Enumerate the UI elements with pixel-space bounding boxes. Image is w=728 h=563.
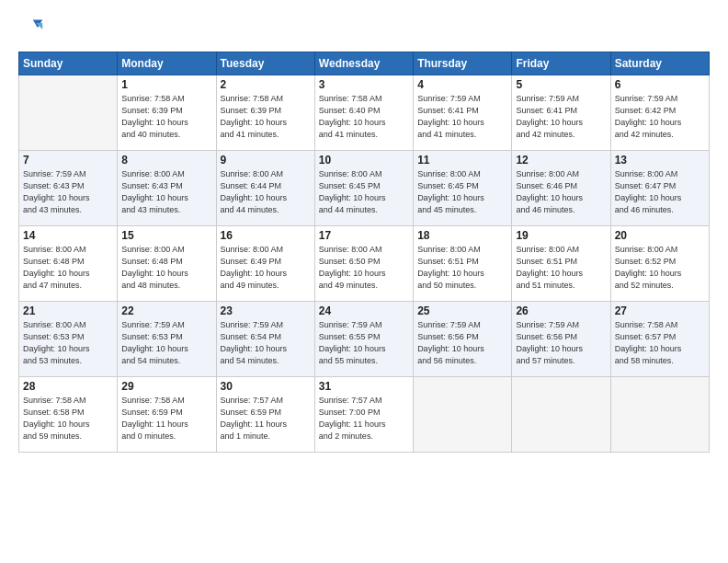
day-info: Sunrise: 7:59 AMSunset: 6:56 PMDaylight:… <box>417 319 507 367</box>
calendar-cell: 4Sunrise: 7:59 AMSunset: 6:41 PMDaylight… <box>414 75 512 151</box>
day-number: 31 <box>319 380 409 393</box>
day-number: 22 <box>121 304 211 317</box>
logo-icon <box>18 17 44 42</box>
calendar-cell: 31Sunrise: 7:57 AMSunset: 7:00 PMDayligh… <box>314 377 413 453</box>
day-info: Sunrise: 8:00 AMSunset: 6:53 PMDaylight:… <box>23 319 113 367</box>
day-info: Sunrise: 7:57 AMSunset: 7:00 PMDaylight:… <box>319 395 409 442</box>
calendar-cell <box>610 377 709 453</box>
day-number: 9 <box>221 154 311 167</box>
calendar-cell: 5Sunrise: 7:59 AMSunset: 6:41 PMDaylight… <box>512 75 610 151</box>
day-info: Sunrise: 7:58 AMSunset: 6:40 PMDaylight:… <box>319 93 409 141</box>
weekday-header-tuesday: Tuesday <box>216 52 314 75</box>
calendar-cell: 6Sunrise: 7:59 AMSunset: 6:42 PMDaylight… <box>610 75 709 151</box>
day-number: 3 <box>319 78 409 91</box>
day-number: 29 <box>121 380 211 393</box>
week-row-4: 21Sunrise: 8:00 AMSunset: 6:53 PMDayligh… <box>19 302 710 377</box>
day-info: Sunrise: 8:00 AMSunset: 6:48 PMDaylight:… <box>121 244 211 292</box>
day-number: 18 <box>417 229 507 242</box>
calendar-cell: 11Sunrise: 8:00 AMSunset: 6:45 PMDayligh… <box>414 151 512 226</box>
calendar-cell: 15Sunrise: 8:00 AMSunset: 6:48 PMDayligh… <box>118 226 216 302</box>
calendar-cell: 16Sunrise: 8:00 AMSunset: 6:49 PMDayligh… <box>216 226 314 302</box>
calendar-cell: 2Sunrise: 7:58 AMSunset: 6:39 PMDaylight… <box>216 75 314 151</box>
day-number: 4 <box>417 78 507 91</box>
weekday-header-row: SundayMondayTuesdayWednesdayThursdayFrid… <box>19 52 710 75</box>
weekday-header-wednesday: Wednesday <box>314 52 413 75</box>
calendar-cell: 12Sunrise: 8:00 AMSunset: 6:46 PMDayligh… <box>512 151 610 226</box>
weekday-header-friday: Friday <box>512 52 610 75</box>
calendar-cell: 23Sunrise: 7:59 AMSunset: 6:54 PMDayligh… <box>216 302 314 377</box>
day-info: Sunrise: 8:00 AMSunset: 6:46 PMDaylight:… <box>516 168 606 216</box>
day-info: Sunrise: 8:00 AMSunset: 6:50 PMDaylight:… <box>319 244 409 292</box>
calendar-cell <box>414 377 512 453</box>
day-info: Sunrise: 7:59 AMSunset: 6:55 PMDaylight:… <box>319 319 409 367</box>
page: SundayMondayTuesdayWednesdayThursdayFrid… <box>0 0 728 563</box>
weekday-header-thursday: Thursday <box>414 52 512 75</box>
calendar-cell: 14Sunrise: 8:00 AMSunset: 6:48 PMDayligh… <box>19 226 118 302</box>
calendar-cell: 22Sunrise: 7:59 AMSunset: 6:53 PMDayligh… <box>118 302 216 377</box>
day-number: 26 <box>516 304 606 317</box>
day-number: 24 <box>319 304 409 317</box>
calendar-cell: 19Sunrise: 8:00 AMSunset: 6:51 PMDayligh… <box>512 226 610 302</box>
day-info: Sunrise: 8:00 AMSunset: 6:49 PMDaylight:… <box>221 244 311 292</box>
day-number: 28 <box>23 380 113 393</box>
weekday-header-sunday: Sunday <box>19 52 118 75</box>
day-number: 16 <box>221 229 311 242</box>
week-row-1: 1Sunrise: 7:58 AMSunset: 6:39 PMDaylight… <box>19 75 710 151</box>
day-number: 27 <box>615 304 705 317</box>
day-info: Sunrise: 8:00 AMSunset: 6:51 PMDaylight:… <box>516 244 606 292</box>
calendar-cell: 24Sunrise: 7:59 AMSunset: 6:55 PMDayligh… <box>314 302 413 377</box>
calendar-cell: 8Sunrise: 8:00 AMSunset: 6:43 PMDaylight… <box>118 151 216 226</box>
day-number: 20 <box>615 229 705 242</box>
day-number: 5 <box>516 78 606 91</box>
calendar-cell: 3Sunrise: 7:58 AMSunset: 6:40 PMDaylight… <box>314 75 413 151</box>
day-number: 14 <box>23 229 113 242</box>
day-number: 12 <box>516 154 606 167</box>
day-info: Sunrise: 8:00 AMSunset: 6:45 PMDaylight:… <box>417 168 507 216</box>
day-number: 25 <box>417 304 507 317</box>
day-info: Sunrise: 7:59 AMSunset: 6:53 PMDaylight:… <box>121 319 211 367</box>
day-info: Sunrise: 8:00 AMSunset: 6:51 PMDaylight:… <box>417 244 507 292</box>
day-number: 21 <box>23 304 113 317</box>
calendar-cell: 26Sunrise: 7:59 AMSunset: 6:56 PMDayligh… <box>512 302 610 377</box>
calendar-cell: 18Sunrise: 8:00 AMSunset: 6:51 PMDayligh… <box>414 226 512 302</box>
day-info: Sunrise: 7:58 AMSunset: 6:57 PMDaylight:… <box>615 319 705 367</box>
day-number: 15 <box>121 229 211 242</box>
calendar-cell: 7Sunrise: 7:59 AMSunset: 6:43 PMDaylight… <box>19 151 118 226</box>
calendar-cell: 25Sunrise: 7:59 AMSunset: 6:56 PMDayligh… <box>414 302 512 377</box>
day-number: 2 <box>221 78 311 91</box>
calendar-table: SundayMondayTuesdayWednesdayThursdayFrid… <box>18 52 710 453</box>
day-number: 10 <box>319 154 409 167</box>
day-info: Sunrise: 7:59 AMSunset: 6:41 PMDaylight:… <box>516 93 606 141</box>
day-number: 23 <box>221 304 311 317</box>
calendar-cell: 21Sunrise: 8:00 AMSunset: 6:53 PMDayligh… <box>19 302 118 377</box>
calendar-cell: 17Sunrise: 8:00 AMSunset: 6:50 PMDayligh… <box>314 226 413 302</box>
day-info: Sunrise: 7:57 AMSunset: 6:59 PMDaylight:… <box>221 395 311 442</box>
calendar-cell <box>512 377 610 453</box>
calendar-cell: 28Sunrise: 7:58 AMSunset: 6:58 PMDayligh… <box>19 377 118 453</box>
day-info: Sunrise: 8:00 AMSunset: 6:43 PMDaylight:… <box>121 168 211 216</box>
day-info: Sunrise: 7:58 AMSunset: 6:58 PMDaylight:… <box>23 395 113 442</box>
day-info: Sunrise: 7:59 AMSunset: 6:54 PMDaylight:… <box>221 319 311 367</box>
day-info: Sunrise: 8:00 AMSunset: 6:52 PMDaylight:… <box>615 244 705 292</box>
calendar-cell: 27Sunrise: 7:58 AMSunset: 6:57 PMDayligh… <box>610 302 709 377</box>
day-number: 6 <box>615 78 705 91</box>
weekday-header-monday: Monday <box>118 52 216 75</box>
week-row-2: 7Sunrise: 7:59 AMSunset: 6:43 PMDaylight… <box>19 151 710 226</box>
day-number: 30 <box>221 380 311 393</box>
calendar-cell: 30Sunrise: 7:57 AMSunset: 6:59 PMDayligh… <box>216 377 314 453</box>
day-info: Sunrise: 7:59 AMSunset: 6:42 PMDaylight:… <box>615 93 705 141</box>
calendar-cell <box>19 75 118 151</box>
day-info: Sunrise: 7:58 AMSunset: 6:39 PMDaylight:… <box>221 93 311 141</box>
calendar-cell: 13Sunrise: 8:00 AMSunset: 6:47 PMDayligh… <box>610 151 709 226</box>
calendar-cell: 29Sunrise: 7:58 AMSunset: 6:59 PMDayligh… <box>118 377 216 453</box>
day-info: Sunrise: 8:00 AMSunset: 6:48 PMDaylight:… <box>23 244 113 292</box>
day-number: 7 <box>23 154 113 167</box>
week-row-3: 14Sunrise: 8:00 AMSunset: 6:48 PMDayligh… <box>19 226 710 302</box>
day-info: Sunrise: 7:59 AMSunset: 6:56 PMDaylight:… <box>516 319 606 367</box>
day-info: Sunrise: 7:58 AMSunset: 6:39 PMDaylight:… <box>121 93 211 141</box>
day-number: 17 <box>319 229 409 242</box>
logo <box>18 17 48 42</box>
header <box>18 17 710 42</box>
day-info: Sunrise: 7:59 AMSunset: 6:43 PMDaylight:… <box>23 168 113 216</box>
day-info: Sunrise: 7:59 AMSunset: 6:41 PMDaylight:… <box>417 93 507 141</box>
